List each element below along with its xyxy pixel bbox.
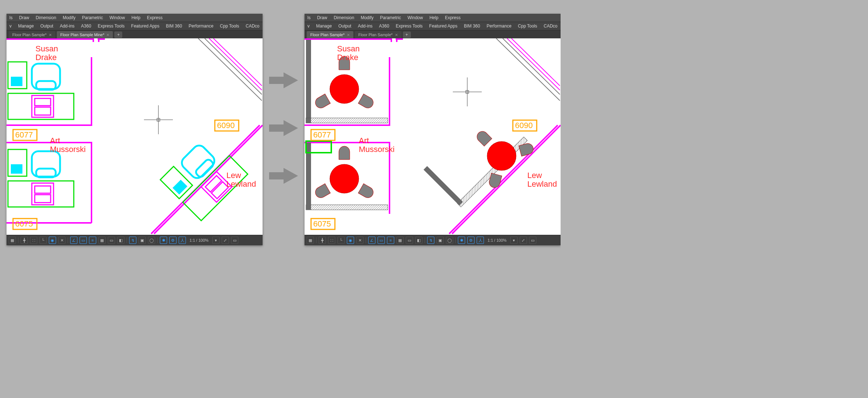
ribbon-cpp-tools[interactable]: Cpp Tools <box>220 24 239 29</box>
ribbon-addins[interactable]: Add-ins <box>358 24 373 29</box>
new-tab-button[interactable]: + <box>114 31 122 38</box>
status-bar: ▦ ╋ ⸬ └ ◉ ✕ ∠ ▭ ≡ ▦ ▭ ◧ ↯ ▣ ◯ ✱ ⚙ 人 1:1 … <box>7 235 263 245</box>
ribbon-view[interactable]: v <box>9 24 12 29</box>
status-otrack-icon[interactable]: ▭ <box>378 237 385 244</box>
close-icon[interactable]: ✕ <box>49 33 52 37</box>
new-tab-button[interactable]: + <box>403 31 411 38</box>
ribbon-a360[interactable]: A360 <box>379 24 389 29</box>
menu-modify[interactable]: Modify <box>361 15 373 20</box>
status-snap-icon[interactable]: ⸬ <box>30 237 37 244</box>
ribbon-manage[interactable]: Manage <box>18 24 34 29</box>
status-axes-icon[interactable]: 人 <box>179 237 186 244</box>
status-zoom-label[interactable]: 1:1 / 100% <box>486 238 508 242</box>
status-osnap-icon[interactable]: ∠ <box>70 237 77 244</box>
status-transparency-icon[interactable]: ◧ <box>415 237 422 244</box>
ribbon-a360[interactable]: A360 <box>81 24 91 29</box>
status-ortho-icon[interactable]: └ <box>337 237 345 244</box>
status-sc-icon[interactable]: ▣ <box>139 237 146 244</box>
status-ann-icon[interactable]: ◯ <box>446 237 453 244</box>
status-ortho-icon[interactable]: └ <box>39 237 47 244</box>
ribbon-bim360[interactable]: BIM 360 <box>464 24 480 29</box>
status-iso-icon[interactable]: ✕ <box>58 237 65 244</box>
status-lwt-icon[interactable]: ▭ <box>108 237 115 244</box>
status-zoomopts-icon[interactable]: ▾ <box>212 237 220 244</box>
status-zoomopts-icon[interactable]: ▾ <box>510 237 518 244</box>
menu-modify[interactable]: Modify <box>63 15 75 20</box>
status-ducs-icon[interactable]: ≡ <box>387 237 394 244</box>
status-zoom-label[interactable]: 1:1 / 100% <box>188 238 210 242</box>
drawing-canvas[interactable]: 6077 6075 6090 Susan Drake Art Mussorski… <box>7 38 263 235</box>
status-iso-icon[interactable]: ✕ <box>356 237 363 244</box>
ribbon-addins[interactable]: Add-ins <box>60 24 75 29</box>
status-grid-icon[interactable]: ╋ <box>21 237 28 244</box>
ribbon-bar[interactable]: v Manage Output Add-ins A360 Express Too… <box>305 22 561 30</box>
menu-help[interactable]: Help <box>429 15 438 20</box>
status-maximize-icon[interactable]: ⤢ <box>222 237 229 244</box>
menu-parametric[interactable]: Parametric <box>380 15 401 20</box>
status-gizmo-icon[interactable]: ⚙ <box>169 237 176 244</box>
menu-dimension[interactable]: Dimension <box>36 15 56 20</box>
status-gizmo-icon[interactable]: ⚙ <box>467 237 475 244</box>
ribbon-output[interactable]: Output <box>338 24 351 29</box>
status-polar-icon[interactable]: ◉ <box>49 237 56 244</box>
status-lwt-icon[interactable]: ▭ <box>406 237 413 244</box>
status-osnap-icon[interactable]: ∠ <box>368 237 375 244</box>
ribbon-output[interactable]: Output <box>40 24 53 29</box>
drawing-canvas[interactable]: 6077 6075 6090 Susan Drake Art Mussorski… <box>305 38 561 235</box>
status-ducs-icon[interactable]: ≡ <box>89 237 96 244</box>
ribbon-bim360[interactable]: BIM 360 <box>166 24 182 29</box>
status-ws-icon[interactable]: ✱ <box>160 237 167 244</box>
menu-window[interactable]: Window <box>110 15 125 20</box>
status-sc-icon[interactable]: ▣ <box>437 237 444 244</box>
status-grid-icon[interactable]: ╋ <box>319 237 326 244</box>
document-tab-active[interactable]: Floor Plan Sample* ✕ <box>307 31 353 38</box>
document-tab-active[interactable]: Floor Plan Sample Mine* ✕ <box>57 31 113 38</box>
ribbon-bar[interactable]: v Manage Output Add-ins A360 Express Too… <box>7 22 263 30</box>
menu-parametric[interactable]: Parametric <box>82 15 103 20</box>
ribbon-manage[interactable]: Manage <box>316 24 332 29</box>
status-axes-icon[interactable]: 人 <box>477 237 484 244</box>
ribbon-featured-apps[interactable]: Featured Apps <box>131 24 159 29</box>
ribbon-performance[interactable]: Performance <box>486 24 511 29</box>
status-ws-icon[interactable]: ✱ <box>458 237 465 244</box>
ribbon-express-tools[interactable]: Express Tools <box>98 24 124 29</box>
menu-tools[interactable]: ls <box>307 15 311 20</box>
ribbon-view[interactable]: v <box>307 24 310 29</box>
ribbon-cadco[interactable]: CADco <box>246 24 259 29</box>
status-clean-icon[interactable]: ▭ <box>529 237 536 244</box>
status-clean-icon[interactable]: ▭ <box>231 237 238 244</box>
close-icon[interactable]: ✕ <box>395 33 398 37</box>
menu-tools[interactable]: ls <box>9 15 13 20</box>
close-icon[interactable]: ✕ <box>106 33 109 37</box>
ribbon-performance[interactable]: Performance <box>188 24 213 29</box>
menu-draw[interactable]: Draw <box>19 15 29 20</box>
ribbon-featured-apps[interactable]: Featured Apps <box>429 24 458 29</box>
menu-draw[interactable]: Draw <box>317 15 327 20</box>
menu-bar[interactable]: ls Draw Dimension Modify Parametric Wind… <box>7 14 263 22</box>
status-polar-icon[interactable]: ◉ <box>347 237 354 244</box>
status-qp-icon[interactable]: ↯ <box>129 237 136 244</box>
menu-bar[interactable]: ls Draw Dimension Modify Parametric Wind… <box>305 14 561 22</box>
status-transparency-icon[interactable]: ◧ <box>117 237 124 244</box>
status-qp-icon[interactable]: ↯ <box>427 237 434 244</box>
document-tab[interactable]: Floor Plan Sample* ✕ <box>9 31 55 38</box>
status-otrack-icon[interactable]: ▭ <box>80 237 87 244</box>
status-dyn-icon[interactable]: ▦ <box>396 237 404 244</box>
menu-help[interactable]: Help <box>131 15 140 20</box>
ribbon-cadco[interactable]: CADco <box>544 24 557 29</box>
status-ann-icon[interactable]: ◯ <box>148 237 155 244</box>
menu-express[interactable]: Express <box>445 15 460 20</box>
diagonal-lines <box>496 38 560 101</box>
status-snap-icon[interactable]: ⸬ <box>328 237 335 244</box>
status-model-icon[interactable]: ▦ <box>9 237 16 244</box>
menu-express[interactable]: Express <box>147 15 162 20</box>
menu-window[interactable]: Window <box>408 15 423 20</box>
ribbon-express-tools[interactable]: Express Tools <box>396 24 422 29</box>
ribbon-cpp-tools[interactable]: Cpp Tools <box>518 24 537 29</box>
status-maximize-icon[interactable]: ⤢ <box>520 237 527 244</box>
close-icon[interactable]: ✕ <box>347 33 350 37</box>
document-tab[interactable]: Floor Plan Sample* ✕ <box>355 31 401 38</box>
menu-dimension[interactable]: Dimension <box>334 15 354 20</box>
status-model-icon[interactable]: ▦ <box>307 237 314 244</box>
status-dyn-icon[interactable]: ▦ <box>98 237 106 244</box>
